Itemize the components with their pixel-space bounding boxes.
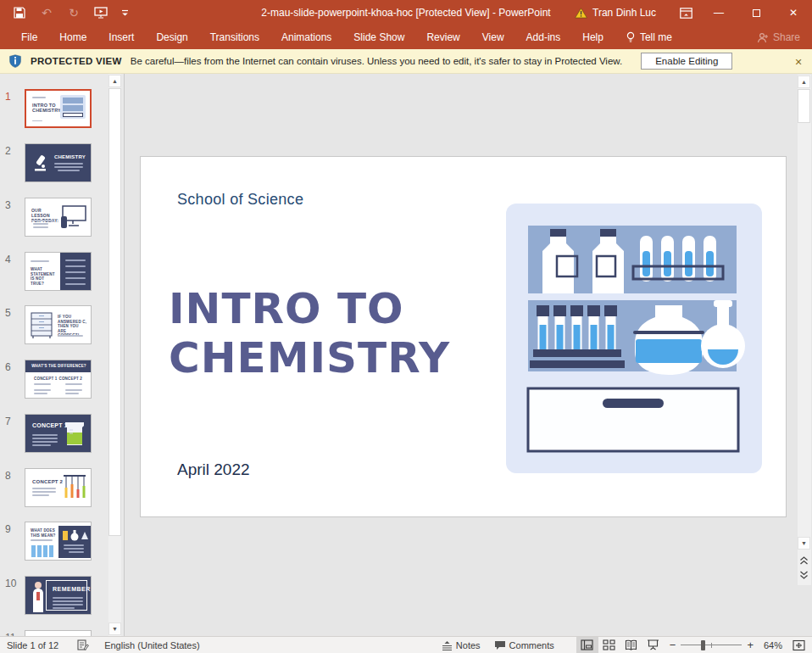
- zoom-out-button[interactable]: −: [665, 639, 681, 651]
- scroll-up-icon[interactable]: ▲: [798, 75, 810, 88]
- thumbnail-canvas[interactable]: CHEMISTRY: [25, 143, 92, 182]
- close-button[interactable]: ✕: [775, 0, 812, 25]
- thumbnail-canvas[interactable]: CONCEPT 2: [25, 468, 92, 507]
- thumbnail-canvas[interactable]: REMEMBER: [25, 576, 92, 615]
- lightbulb-icon: [626, 31, 636, 43]
- tab-review[interactable]: Review: [415, 25, 470, 49]
- scroll-down-icon[interactable]: ▼: [108, 622, 121, 635]
- main-scrollbar-thumb[interactable]: [798, 89, 810, 123]
- thumbnail-canvas[interactable]: WHAT DOES THIS MEAN?: [25, 522, 92, 561]
- comments-button[interactable]: Comments: [487, 637, 561, 653]
- zoom-slider[interactable]: [681, 637, 742, 653]
- slide-show-view-button[interactable]: [642, 637, 665, 653]
- slide-number: 4: [5, 254, 11, 265]
- thumbnail-canvas[interactable]: WHAT STATEMENT IS NOT TRUE?: [25, 252, 92, 291]
- current-slide[interactable]: School of Science INTRO TO CHEMISTRY Apr…: [140, 156, 787, 517]
- quick-access-toolbar: ↶ ↻: [0, 5, 129, 20]
- tab-animations[interactable]: Animations: [270, 25, 342, 49]
- slide-sorter-view-button[interactable]: [598, 637, 620, 653]
- normal-view-button[interactable]: [576, 637, 598, 653]
- thumbnail-canvas[interactable]: [25, 630, 92, 636]
- slide-number: 9: [5, 523, 11, 535]
- thumbnail-scrollbar[interactable]: ▲ ▼: [108, 74, 121, 636]
- thumbnail-scrollbar-thumb[interactable]: [108, 88, 121, 536]
- thumbnail-slide-9[interactable]: 9 WHAT DOES THIS MEAN?: [0, 522, 125, 564]
- share-button[interactable]: Share: [757, 31, 800, 43]
- slide-date-textbox[interactable]: April 2022: [177, 460, 250, 479]
- start-slideshow-icon[interactable]: [93, 5, 108, 20]
- ribbon-tab-strip: File Home Insert Design Transitions Anim…: [0, 25, 812, 49]
- thumbnail-slide-11[interactable]: 11: [0, 630, 125, 636]
- title-bar: ↶ ↻ 2-mau-slide-powerpoint-khoa-hoc [Pro…: [0, 0, 812, 25]
- language-status[interactable]: English (United States): [104, 640, 200, 650]
- zoom-level[interactable]: 64%: [759, 640, 787, 650]
- enable-editing-button[interactable]: Enable Editing: [641, 53, 732, 70]
- slide-number: 3: [5, 199, 11, 211]
- tab-design[interactable]: Design: [145, 25, 198, 49]
- account-chip[interactable]: Tran Dinh Luc: [575, 7, 656, 19]
- slide-subtitle-textbox[interactable]: School of Science: [177, 191, 303, 209]
- maximize-button[interactable]: [737, 0, 775, 25]
- thumbnail-canvas[interactable]: IF YOU ANSWERED C, THEN YOU ARE CORRECT!: [25, 305, 92, 344]
- previous-slide-icon[interactable]: [798, 554, 810, 566]
- account-name: Tran Dinh Luc: [592, 7, 656, 19]
- thumbnail-canvas[interactable]: OUR LESSON FOR TODAY:: [25, 198, 92, 237]
- minimize-button[interactable]: —: [700, 0, 737, 25]
- zoom-in-button[interactable]: +: [742, 639, 759, 651]
- thumbnail-slide-4[interactable]: 4 WHAT STATEMENT IS NOT TRUE?: [0, 252, 125, 294]
- zoom-slider-thumb[interactable]: [701, 640, 705, 650]
- tab-slide-show[interactable]: Slide Show: [342, 25, 415, 49]
- main-scrollbar[interactable]: ▲ ▼: [798, 75, 811, 585]
- fit-slide-to-window-icon[interactable]: [787, 637, 809, 653]
- thumbnail-canvas[interactable]: INTRO TO CHEMISTRY: [25, 89, 92, 128]
- protected-view-label: PROTECTED VIEW: [31, 56, 122, 66]
- notes-icon: [442, 640, 453, 650]
- powerpoint-window: ↶ ↻ 2-mau-slide-powerpoint-khoa-hoc [Pro…: [0, 0, 812, 653]
- spell-check-icon[interactable]: [77, 639, 89, 650]
- thumbnail-slide-10[interactable]: 10 REMEMBER: [0, 576, 125, 618]
- next-slide-icon[interactable]: [798, 568, 810, 581]
- slide-number: 10: [5, 578, 16, 589]
- tell-me-button[interactable]: Tell me: [615, 31, 683, 43]
- thumbnail-slide-1[interactable]: 1 INTRO TO CHEMISTRY: [0, 89, 125, 131]
- warning-icon: [575, 8, 587, 19]
- scroll-up-icon[interactable]: ▲: [108, 75, 121, 87]
- thumbnail-slide-7[interactable]: 7 CONCEPT 1: [0, 414, 125, 456]
- thumbnail-canvas[interactable]: CONCEPT 1: [25, 414, 92, 453]
- customize-qat-dropdown-icon[interactable]: [120, 5, 129, 20]
- status-bar: Slide 1 of 12 English (United States) No…: [0, 636, 812, 653]
- thumbnail-slide-8[interactable]: 8 CONCEPT 2: [0, 468, 125, 511]
- thumbnail-slide-2[interactable]: 2 CHEMISTRY: [0, 143, 125, 186]
- redo-icon: ↻: [66, 5, 81, 20]
- tab-home[interactable]: Home: [48, 25, 97, 49]
- thumbnail-slide-6[interactable]: 6 WHAT'S THE DIFFERENCE? CONCEPT 1 CONCE…: [0, 360, 125, 402]
- maximize-icon: [753, 9, 760, 17]
- tab-file[interactable]: File: [0, 25, 48, 49]
- slide-number: 5: [5, 307, 11, 319]
- reading-view-button[interactable]: [620, 637, 642, 653]
- tab-help[interactable]: Help: [571, 25, 615, 49]
- ribbon-display-options-icon[interactable]: [671, 0, 700, 25]
- comments-icon: [494, 640, 506, 650]
- slide-title-textbox[interactable]: INTRO TO CHEMISTRY: [169, 284, 450, 382]
- slide-number: 7: [5, 416, 11, 427]
- slide-indicator[interactable]: Slide 1 of 12: [7, 640, 58, 650]
- notes-button[interactable]: Notes: [435, 637, 487, 653]
- thumbnail-slide-5[interactable]: 5 IF YOU ANSWERED C, THEN YOU ARE CORREC…: [0, 305, 125, 348]
- tab-transitions[interactable]: Transitions: [199, 25, 270, 49]
- chemistry-cabinet-illustration[interactable]: [506, 204, 762, 473]
- thumbnail-slide-3[interactable]: 3 OUR LESSON FOR TODAY:: [0, 198, 125, 240]
- tab-view[interactable]: View: [471, 25, 515, 49]
- share-person-icon: [757, 32, 769, 43]
- thumbnail-canvas[interactable]: WHAT'S THE DIFFERENCE? CONCEPT 1 CONCEPT…: [25, 360, 92, 399]
- slide-number: 1: [5, 91, 11, 103]
- tab-insert[interactable]: Insert: [97, 25, 145, 49]
- protected-view-bar: PROTECTED VIEW Be careful—files from the…: [0, 49, 812, 74]
- save-icon[interactable]: [12, 5, 27, 20]
- dismiss-warning-icon[interactable]: ✕: [792, 55, 805, 69]
- slide-editing-area: School of Science INTRO TO CHEMISTRY Apr…: [125, 74, 812, 636]
- slide-number: 8: [5, 470, 11, 482]
- slide-thumbnail-panel: 1 INTRO TO CHEMISTRY 2 CHEMISTRY: [0, 74, 125, 636]
- scroll-down-icon[interactable]: ▼: [798, 537, 810, 550]
- tab-add-ins[interactable]: Add-ins: [515, 25, 572, 49]
